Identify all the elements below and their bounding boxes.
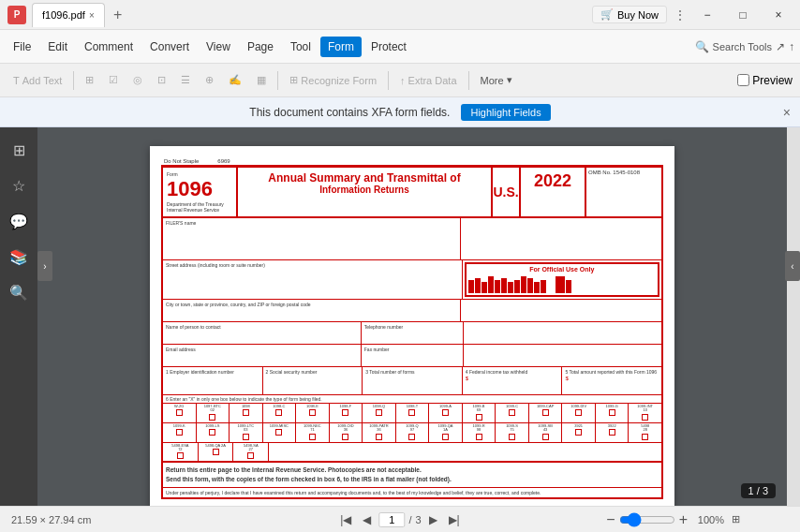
street-cell[interactable]: Street address (including room or suite … <box>163 260 463 299</box>
cb-5498qa-box[interactable] <box>213 449 219 455</box>
cb-5498esa-box[interactable] <box>177 452 184 459</box>
email-cell[interactable]: Email address <box>163 345 362 366</box>
recognize-form-button[interactable]: ⊞ Recognize Form <box>284 71 382 89</box>
cb-5498sa-box[interactable] <box>247 452 254 459</box>
form-top-info: Do Not Staple 6969 <box>161 157 663 166</box>
menu-form[interactable]: Form <box>320 37 362 57</box>
cb-1098-box[interactable] <box>243 409 249 416</box>
cb-1099sb-box[interactable] <box>542 434 549 440</box>
preview-checkbox[interactable] <box>737 74 749 86</box>
cb-1099b-box[interactable] <box>476 414 482 421</box>
cb-1099nec-box[interactable] <box>309 434 316 440</box>
cb-1099r: 1099-R98 <box>463 423 496 442</box>
cb-1099cap-box[interactable] <box>542 409 549 416</box>
more-button[interactable]: More ▾ <box>475 71 518 89</box>
menu-protect[interactable]: Protect <box>363 37 414 57</box>
cb-1099misc-box[interactable] <box>275 429 282 436</box>
page-number-input[interactable] <box>378 512 405 527</box>
preview-toggle[interactable]: Preview <box>737 74 793 87</box>
toolbar: T Add Text ⊞ ☑ ◎ ⊡ ☰ ⊕ ✍ ▦ ⊞ Recognize F… <box>0 64 800 97</box>
toolbar-combo-btn[interactable]: ⊡ <box>152 71 171 89</box>
menu-edit[interactable]: Edit <box>40 37 75 57</box>
buy-now-button[interactable]: 🛒 Buy Now <box>592 6 667 23</box>
cb-3922-box[interactable] <box>609 429 615 436</box>
cb-1099div-box[interactable] <box>575 409 582 416</box>
box1-cell[interactable]: 1 Employer identification number <box>163 367 263 394</box>
cb-3921-box[interactable] <box>575 429 582 436</box>
cb-1099r-box[interactable] <box>476 434 482 440</box>
sidebar-bookmarks-icon[interactable]: ☆ <box>4 170 34 200</box>
prev-page-button[interactable]: ◀ <box>359 511 375 528</box>
telephone-cell[interactable]: Telephone number <box>362 322 464 344</box>
pdf-tab[interactable]: f1096.pdf × <box>32 3 105 27</box>
add-text-button[interactable]: T Add Text <box>7 72 67 89</box>
right-scrollbar[interactable] <box>787 127 800 532</box>
sidebar-pages-icon[interactable]: ⊞ <box>4 135 34 165</box>
menu-tool[interactable]: Tool <box>283 37 319 57</box>
menu-convert[interactable]: Convert <box>142 37 197 57</box>
toolbar-check-btn[interactable]: ☑ <box>103 71 124 89</box>
toolbar-select-btn[interactable]: ⊞ <box>80 71 99 89</box>
cb-1099a-box[interactable] <box>442 409 449 416</box>
title-more-icon[interactable]: ⋮ <box>674 8 686 22</box>
zoom-slider[interactable] <box>619 512 675 527</box>
toolbar-list-btn[interactable]: ☰ <box>175 71 196 89</box>
menu-file[interactable]: File <box>6 37 38 57</box>
maximize-button[interactable]: □ <box>729 6 757 24</box>
box3-cell[interactable]: 3 Total number of forms <box>363 367 463 394</box>
last-page-button[interactable]: ▶| <box>445 511 464 528</box>
new-tab-button[interactable]: + <box>107 4 129 26</box>
extra-data-button[interactable]: ↑ Extra Data <box>394 72 462 89</box>
sidebar-layers-icon[interactable]: 📚 <box>4 242 34 272</box>
search-tools-label[interactable]: Search Tools <box>713 41 772 52</box>
cb-1098t-box[interactable] <box>408 409 415 416</box>
first-page-button[interactable]: |◀ <box>336 511 355 528</box>
zoom-in-button[interactable]: + <box>679 511 688 528</box>
toolbar-sign-btn[interactable]: ✍ <box>223 71 247 89</box>
fax-cell[interactable]: Fax number <box>362 345 464 366</box>
menu-view[interactable]: View <box>199 37 238 57</box>
cb-1099q-box[interactable] <box>408 434 415 440</box>
collapse-right-button[interactable]: ‹ <box>785 251 800 281</box>
highlight-fields-button[interactable]: Highlight Fields <box>461 104 550 121</box>
zoom-fit-button[interactable]: ⊞ <box>728 511 744 527</box>
cb-1098e-box[interactable] <box>309 409 316 416</box>
collapse-left-button[interactable]: › <box>37 251 52 281</box>
cb-1099ls-box[interactable] <box>209 429 215 436</box>
cb-5498-box[interactable] <box>642 434 648 440</box>
box2-cell[interactable]: 2 Social security number <box>263 367 363 394</box>
cb-1098f-box[interactable] <box>342 409 348 416</box>
sidebar-search-icon[interactable]: 🔍 <box>4 277 34 307</box>
cb-1097btc-box[interactable] <box>209 414 215 421</box>
menu-page[interactable]: Page <box>240 37 281 57</box>
cb-1099oid-box[interactable] <box>342 434 348 440</box>
close-button[interactable]: × <box>764 6 793 24</box>
minimize-button[interactable]: − <box>693 6 721 24</box>
toolbar-btn-icon[interactable]: ⊕ <box>200 71 219 89</box>
cb-1099s-box[interactable] <box>509 434 515 440</box>
cb-1099ltc-box[interactable] <box>243 434 249 440</box>
city-cell[interactable]: City or town, state or province, country… <box>163 300 461 321</box>
tab-close-icon[interactable]: × <box>89 10 95 21</box>
cb-1099patr-box[interactable] <box>376 434 382 440</box>
filer-name-cell[interactable]: FILER'S name <box>163 218 461 259</box>
cb-1099k-box[interactable] <box>176 429 183 436</box>
cb-1099qa-box[interactable] <box>442 434 449 440</box>
cb-1099g-box[interactable] <box>609 409 615 416</box>
toolbar-radio-btn[interactable]: ◎ <box>127 71 148 89</box>
contact-cell[interactable]: Name of person to contact <box>163 322 362 344</box>
cb-w2g-box[interactable] <box>176 409 183 416</box>
cb-1099int-box[interactable] <box>642 414 648 421</box>
box5-cell[interactable]: 5 Total amount reported with this Form 1… <box>562 367 661 394</box>
notification-close-icon[interactable]: × <box>783 105 791 120</box>
cb-1098q-box[interactable] <box>376 409 382 416</box>
next-page-button[interactable]: ▶ <box>425 511 441 528</box>
box4-cell[interactable]: 4 Federal income tax withheld $ <box>463 367 563 394</box>
sidebar-comments-icon[interactable]: 💬 <box>4 206 34 236</box>
back-icon[interactable]: ↑ <box>789 40 794 53</box>
toolbar-barcode-btn[interactable]: ▦ <box>251 71 272 89</box>
menu-comment[interactable]: Comment <box>77 37 141 57</box>
cb-1099c-box[interactable] <box>509 409 515 416</box>
zoom-out-button[interactable]: − <box>606 511 615 528</box>
cb-1098c-box[interactable] <box>275 409 282 416</box>
